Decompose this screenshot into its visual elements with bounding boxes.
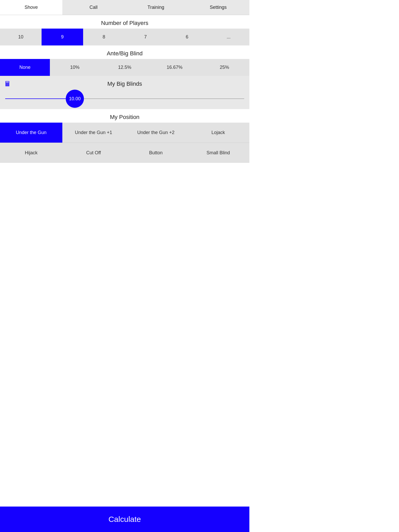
players-option-8[interactable]: 8: [83, 29, 125, 45]
calculator-icon[interactable]: 🖩: [4, 80, 11, 88]
players-option-more[interactable]: ...: [208, 29, 249, 45]
ante-option-16-67[interactable]: 16.67%: [150, 59, 200, 76]
position-row-2: Hijack Cut Off Button Small Blind: [0, 143, 249, 163]
players-option-7[interactable]: 7: [125, 29, 166, 45]
position-button[interactable]: Button: [125, 143, 187, 163]
position-section-label: My Position: [0, 109, 249, 123]
position-under-the-gun-plus-1[interactable]: Under the Gun +1: [62, 123, 125, 143]
nav-bar: Shove Call Training Settings: [0, 0, 249, 15]
ante-option-none[interactable]: None: [0, 59, 50, 76]
big-blinds-header: 🖩 My Big Blinds: [0, 78, 249, 88]
big-blinds-section: 🖩 My Big Blinds 10.00: [0, 76, 249, 109]
position-lojack[interactable]: Lojack: [187, 123, 249, 143]
players-grid: 10 9 8 7 6 ...: [0, 29, 249, 45]
position-hijack[interactable]: Hijack: [0, 143, 62, 163]
players-option-9[interactable]: 9: [42, 29, 83, 45]
position-cut-off[interactable]: Cut Off: [62, 143, 125, 163]
ante-option-25[interactable]: 25%: [200, 59, 249, 76]
nav-call[interactable]: Call: [62, 0, 125, 15]
nav-settings[interactable]: Settings: [187, 0, 249, 15]
nav-shove[interactable]: Shove: [0, 0, 62, 15]
position-small-blind[interactable]: Small Blind: [187, 143, 249, 163]
nav-training[interactable]: Training: [125, 0, 187, 15]
ante-option-10[interactable]: 10%: [50, 59, 100, 76]
players-option-6[interactable]: 6: [166, 29, 208, 45]
position-under-the-gun[interactable]: Under the Gun: [0, 123, 62, 143]
slider-container: 10.00: [0, 88, 249, 109]
slider-track: [5, 98, 244, 99]
players-option-10[interactable]: 10: [0, 29, 42, 45]
ante-option-12-5[interactable]: 12.5%: [100, 59, 150, 76]
ante-section-label: Ante/Big Blind: [0, 45, 249, 59]
players-section-label: Number of Players: [0, 15, 249, 29]
position-grid: Under the Gun Under the Gun +1 Under the…: [0, 123, 249, 163]
ante-grid: None 10% 12.5% 16.67% 25%: [0, 59, 249, 76]
big-blinds-label: My Big Blinds: [107, 81, 142, 87]
slider-thumb[interactable]: 10.00: [66, 90, 84, 108]
position-under-the-gun-plus-2[interactable]: Under the Gun +2: [125, 123, 187, 143]
position-row-1: Under the Gun Under the Gun +1 Under the…: [0, 123, 249, 143]
